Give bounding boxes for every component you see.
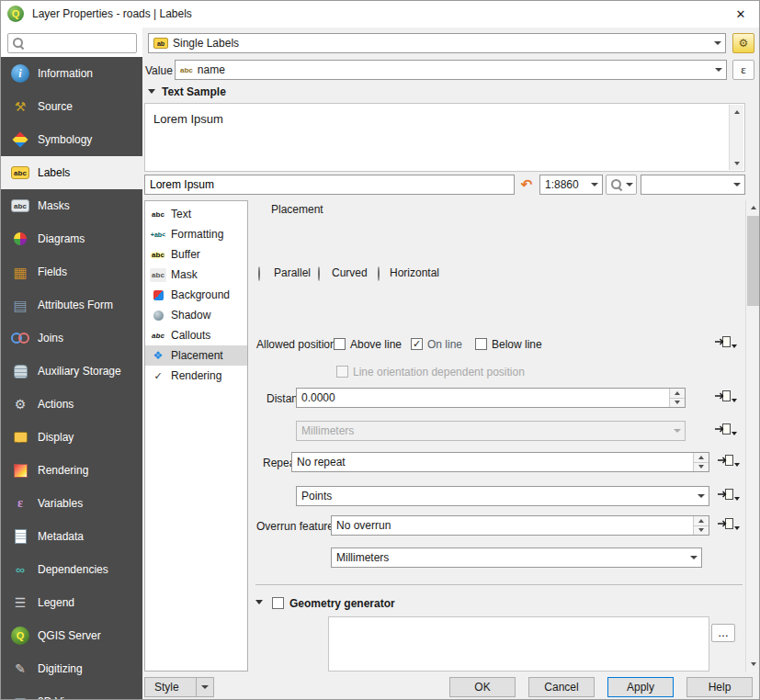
label-tab-mask[interactable]: abcMask <box>145 265 247 285</box>
magnifier-pointer-icon <box>610 178 623 191</box>
preview-background-combo[interactable] <box>641 175 745 195</box>
sidebar-item-metadata[interactable]: Metadata <box>0 520 142 553</box>
scroll-up-icon[interactable] <box>734 110 740 114</box>
radio-curved[interactable] <box>318 266 320 281</box>
label-tab-shadow[interactable]: Shadow <box>145 305 247 325</box>
placement-scrollbar[interactable] <box>745 200 760 672</box>
auto-placement-settings-button[interactable]: ⚙ <box>732 33 754 53</box>
masks-icon: abc <box>11 199 29 212</box>
sidebar-item-symbology[interactable]: Symbology <box>0 123 142 156</box>
qgis-logo-icon: Q <box>7 6 24 22</box>
sidebar-item-labels[interactable]: abcLabels <box>0 156 142 189</box>
distance-value: 0.0000 <box>301 391 335 404</box>
shadow-icon <box>150 309 166 322</box>
checkbox-below-line[interactable] <box>475 338 487 350</box>
scroll-up-icon[interactable] <box>751 206 756 209</box>
dropdown-caret-icon <box>732 399 737 402</box>
search-box[interactable] <box>7 33 137 53</box>
repeat-spinbox[interactable]: No repeat <box>291 452 709 472</box>
data-defined-icon <box>715 423 731 437</box>
label-tab-background[interactable]: Background <box>145 285 247 305</box>
sidebar-item-source[interactable]: ⚒Source <box>0 90 142 123</box>
data-defined-override-button[interactable] <box>717 452 741 472</box>
style-button[interactable]: Style <box>144 677 214 697</box>
geometry-generator-checkbox[interactable] <box>272 597 284 609</box>
sidebar-item-3d-view[interactable]: ◳3D View <box>0 685 142 700</box>
sidebar-item-rendering[interactable]: Rendering <box>0 454 142 487</box>
cancel-button[interactable]: Cancel <box>528 677 595 697</box>
data-defined-override-button[interactable] <box>714 333 738 354</box>
data-defined-override-button[interactable] <box>717 515 741 536</box>
sidebar-item-attributes-form[interactable]: ▤Attributes Form <box>0 288 142 322</box>
sidebar-item-actions[interactable]: ⚙Actions <box>0 388 142 421</box>
label-tab-text[interactable]: abcText <box>145 204 247 224</box>
label-tab-buffer[interactable]: abcBuffer <box>145 244 247 265</box>
sidebar-item-qgis-server[interactable]: QQGIS Server <box>0 619 142 652</box>
ok-button[interactable]: OK <box>449 677 516 697</box>
checkbox-on-line[interactable] <box>411 338 423 350</box>
expression-builder-button[interactable]: ε <box>732 60 754 80</box>
geometry-generator-more-button[interactable]: … <box>711 624 735 642</box>
data-defined-override-button[interactable] <box>714 388 738 408</box>
radio-horizontal[interactable] <box>378 266 380 281</box>
sidebar-item-variables[interactable]: εVariables <box>0 487 142 520</box>
distance-spinbox[interactable]: 0.0000 <box>296 388 686 408</box>
apply-button[interactable]: Apply <box>607 677 674 697</box>
spin-up-icon[interactable] <box>698 456 704 459</box>
scrollbar-thumb[interactable] <box>747 216 759 306</box>
sidebar-item-dependencies[interactable]: ∞Dependencies <box>0 553 142 586</box>
data-defined-icon <box>718 455 733 469</box>
distance-units-value: Millimeters <box>301 424 354 437</box>
spin-up-icon[interactable] <box>675 391 680 395</box>
spin-down-icon[interactable] <box>698 528 704 532</box>
value-field-combo[interactable]: abc name <box>175 60 727 80</box>
label-tab-placement[interactable]: ❖Placement <box>145 345 247 366</box>
help-button[interactable]: Help <box>686 677 753 697</box>
close-button[interactable]: ✕ <box>729 3 753 25</box>
collapse-triangle-icon[interactable] <box>255 600 263 604</box>
sidebar-item-label: Actions <box>38 398 74 411</box>
spin-down-icon[interactable] <box>698 465 704 469</box>
checkbox-above-line[interactable] <box>334 338 346 350</box>
dependencies-icon: ∞ <box>11 560 29 579</box>
sidebar-item-diagrams[interactable]: Diagrams <box>0 222 142 255</box>
sidebar-item-fields[interactable]: ▦Fields <box>0 255 142 288</box>
label-tab-rendering[interactable]: ✓Rendering <box>145 366 247 386</box>
repeat-units-combo[interactable]: Points <box>296 486 709 506</box>
label-mode-combo[interactable]: ab Single Labels <box>148 33 726 53</box>
reset-sample-button[interactable]: ↶ <box>516 175 537 195</box>
spin-down-icon[interactable] <box>675 401 680 404</box>
tab-rendering-icon: ✓ <box>150 369 166 383</box>
sidebar-item-digitizing[interactable]: ✎Digitizing <box>0 652 142 685</box>
label-tab-callouts[interactable]: abcCallouts <box>145 325 247 345</box>
radio-horizontal-label: Horizontal <box>390 267 439 279</box>
sidebar-item-label: Attributes Form <box>38 299 113 311</box>
spin-up-icon[interactable] <box>698 519 704 523</box>
sidebar-item-auxiliary-storage[interactable]: Auxiliary Storage <box>0 355 142 388</box>
source-icon: ⚒ <box>11 97 29 116</box>
search-input[interactable] <box>25 37 136 50</box>
label-tab-formatting[interactable]: +ab<Formatting <box>145 224 247 244</box>
sidebar-item-legend[interactable]: ☰Legend <box>0 586 142 619</box>
mask-icon: abc <box>150 268 166 282</box>
sidebar-item-information[interactable]: iInformation <box>0 57 142 90</box>
data-defined-override-button[interactable] <box>717 486 741 506</box>
geometry-generator-textarea[interactable] <box>328 616 709 672</box>
overrun-units-combo[interactable]: Millimeters <box>331 548 702 568</box>
preview-scrollbar[interactable] <box>729 105 743 170</box>
data-defined-override-button[interactable] <box>714 421 738 441</box>
title-bar: Q Layer Properties - roads | Labels ✕ <box>0 0 760 28</box>
sidebar-item-joins[interactable]: Joins <box>0 322 142 355</box>
radio-parallel[interactable] <box>258 266 260 281</box>
sample-text-input[interactable] <box>144 175 515 195</box>
collapse-triangle-icon[interactable] <box>148 89 155 94</box>
scroll-down-icon[interactable] <box>751 662 756 666</box>
map-scale-tool-button[interactable] <box>606 175 637 195</box>
cancel-button-label: Cancel <box>544 681 578 694</box>
preview-scale-combo[interactable]: 1:8860 <box>539 175 603 195</box>
sidebar-item-label: Display <box>38 431 74 444</box>
sidebar-item-masks[interactable]: abcMasks <box>0 189 142 222</box>
scroll-down-icon[interactable] <box>734 162 740 165</box>
overrun-spinbox[interactable]: No overrun <box>331 515 709 536</box>
sidebar-item-display[interactable]: Display <box>0 421 142 454</box>
